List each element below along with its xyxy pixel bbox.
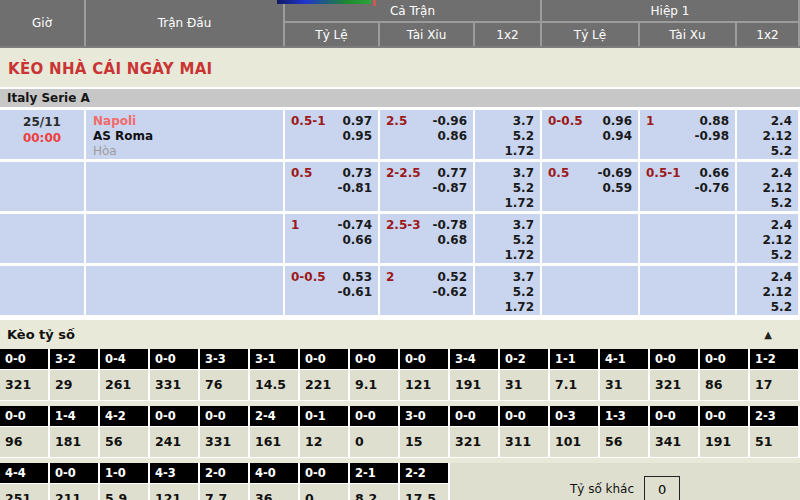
- odds-x[interactable]: 5.2: [475, 233, 534, 248]
- odds-x[interactable]: 2.12: [737, 285, 792, 300]
- score-cell[interactable]: 0-0 211: [50, 463, 98, 500]
- score-cell[interactable]: 0-0 321: [450, 406, 498, 458]
- odds-x[interactable]: 2.12: [737, 129, 792, 144]
- odds-home[interactable]: -0.74: [337, 218, 372, 233]
- half-time-overunder-cell[interactable]: [640, 266, 735, 315]
- score-cell[interactable]: 0-0 86: [700, 349, 748, 401]
- score-cell[interactable]: 0-0 331: [200, 406, 248, 458]
- odds-1[interactable]: 3.7: [475, 166, 534, 181]
- odds-1[interactable]: 2.4: [737, 270, 792, 285]
- score-cell[interactable]: 2-1 8.2: [350, 463, 398, 500]
- half-time-1x2-cell[interactable]: 2.4 2.12 5.2: [737, 162, 798, 211]
- score-cell[interactable]: 0-0 121: [400, 349, 448, 401]
- full-time-handicap-cell[interactable]: 0-0.5 0.53 -0.61: [285, 266, 378, 315]
- half-time-overunder-cell[interactable]: 1 0.88 -0.98: [640, 110, 735, 159]
- full-time-1x2-cell[interactable]: 3.7 5.2 1.72: [475, 266, 540, 315]
- score-cell[interactable]: 0-0 191: [700, 406, 748, 458]
- score-cell[interactable]: 0-0 0: [300, 463, 348, 500]
- full-time-1x2-cell[interactable]: 3.7 5.2 1.72: [475, 214, 540, 263]
- score-cell[interactable]: 3-0 15: [400, 406, 448, 458]
- score-cell[interactable]: 0-0 9.1: [350, 349, 398, 401]
- odds-x[interactable]: 5.2: [475, 181, 534, 196]
- odds-1[interactable]: 3.7: [475, 218, 534, 233]
- odds-2[interactable]: 1.72: [475, 248, 534, 263]
- score-cell[interactable]: 0-0 96: [0, 406, 48, 458]
- half-time-handicap-cell[interactable]: 0.5 -0.69 0.59: [542, 162, 638, 211]
- full-time-1x2-cell[interactable]: 3.7 5.2 1.72: [475, 162, 540, 211]
- odds-1[interactable]: 3.7: [475, 270, 534, 285]
- score-cell[interactable]: 2-4 161: [250, 406, 298, 458]
- odds-over[interactable]: 0.52: [432, 270, 467, 285]
- odds-away[interactable]: 0.66: [337, 233, 372, 248]
- score-cell[interactable]: 3-3 76: [200, 349, 248, 401]
- score-cell[interactable]: 2-0 7.7: [200, 463, 248, 500]
- away-team[interactable]: AS Roma: [93, 129, 283, 144]
- score-cell[interactable]: 4-4 251: [0, 463, 48, 500]
- odds-away[interactable]: 0.95: [342, 129, 372, 144]
- score-cell[interactable]: 0-0 321: [650, 349, 698, 401]
- half-time-handicap-cell[interactable]: [542, 214, 638, 263]
- odds-2[interactable]: 5.2: [737, 300, 792, 315]
- score-cell[interactable]: 1-0 5.9: [100, 463, 148, 500]
- odds-under[interactable]: -0.98: [694, 129, 729, 144]
- half-time-overunder-cell[interactable]: [640, 214, 735, 263]
- odds-x[interactable]: 5.2: [475, 129, 534, 144]
- odds-home[interactable]: 0.97: [342, 114, 372, 129]
- odds-1[interactable]: 2.4: [737, 166, 792, 181]
- odds-home[interactable]: 0.96: [602, 114, 632, 129]
- half-time-1x2-cell[interactable]: 2.4 2.12 5.2: [737, 110, 798, 159]
- odds-home[interactable]: 0.53: [337, 270, 372, 285]
- odds-under[interactable]: 0.68: [432, 233, 467, 248]
- match-cell[interactable]: [86, 162, 283, 211]
- odds-under[interactable]: -0.76: [694, 181, 729, 196]
- other-score-input[interactable]: [644, 476, 680, 500]
- score-cell[interactable]: 0-0 311: [500, 406, 548, 458]
- odds-away[interactable]: -0.81: [337, 181, 372, 196]
- odds-over[interactable]: 0.77: [432, 166, 467, 181]
- odds-home[interactable]: -0.69: [597, 166, 632, 181]
- score-cell[interactable]: 1-4 181: [50, 406, 98, 458]
- odds-2[interactable]: 5.2: [737, 144, 792, 159]
- match-cell[interactable]: Napoli AS Roma Hòa: [86, 110, 283, 159]
- odds-away[interactable]: -0.61: [337, 285, 372, 300]
- score-cell[interactable]: 3-1 14.5: [250, 349, 298, 401]
- match-cell[interactable]: [86, 266, 283, 315]
- odds-away[interactable]: 0.94: [602, 129, 632, 144]
- odds-under[interactable]: 0.86: [432, 129, 467, 144]
- score-cell[interactable]: 2-3 51: [750, 406, 798, 458]
- full-time-overunder-cell[interactable]: 2.5-3 -0.78 0.68: [380, 214, 473, 263]
- match-cell[interactable]: [86, 214, 283, 263]
- score-cell[interactable]: 0-2 31: [500, 349, 548, 401]
- full-time-handicap-cell[interactable]: 0.5-1 0.97 0.95: [285, 110, 378, 159]
- odds-under[interactable]: -0.62: [432, 285, 467, 300]
- score-cell[interactable]: 1-2 17: [750, 349, 798, 401]
- odds-x[interactable]: 2.12: [737, 181, 792, 196]
- odds-home[interactable]: 0.73: [337, 166, 372, 181]
- score-cell[interactable]: 0-0 0: [350, 406, 398, 458]
- odds-x[interactable]: 5.2: [475, 285, 534, 300]
- odds-2[interactable]: 5.2: [737, 196, 792, 211]
- full-time-overunder-cell[interactable]: 2.5 -0.96 0.86: [380, 110, 473, 159]
- score-cell[interactable]: 0-4 261: [100, 349, 148, 401]
- half-time-handicap-cell[interactable]: [542, 266, 638, 315]
- full-time-handicap-cell[interactable]: 1 -0.74 0.66: [285, 214, 378, 263]
- score-cell[interactable]: 0-0 331: [150, 349, 198, 401]
- home-team[interactable]: Napoli: [93, 114, 283, 129]
- odds-x[interactable]: 2.12: [737, 233, 792, 248]
- odds-2[interactable]: 1.72: [475, 144, 534, 159]
- odds-2[interactable]: 1.72: [475, 300, 534, 315]
- odds-2[interactable]: 5.2: [737, 248, 792, 263]
- odds-away[interactable]: 0.59: [597, 181, 632, 196]
- score-cell[interactable]: 0-0 321: [0, 349, 48, 401]
- score-cell[interactable]: 0-0 241: [150, 406, 198, 458]
- score-cell[interactable]: 2-2 17.5: [400, 463, 448, 500]
- score-cell[interactable]: 0-0 341: [650, 406, 698, 458]
- odds-over[interactable]: -0.96: [432, 114, 467, 129]
- score-cell[interactable]: 4-0 36: [250, 463, 298, 500]
- score-cell[interactable]: 3-4 191: [450, 349, 498, 401]
- half-time-handicap-cell[interactable]: 0-0.5 0.96 0.94: [542, 110, 638, 159]
- score-cell[interactable]: 1-1 7.1: [550, 349, 598, 401]
- odds-1[interactable]: 2.4: [737, 114, 792, 129]
- score-cell[interactable]: 4-3 121: [150, 463, 198, 500]
- full-time-1x2-cell[interactable]: 3.7 5.2 1.72: [475, 110, 540, 159]
